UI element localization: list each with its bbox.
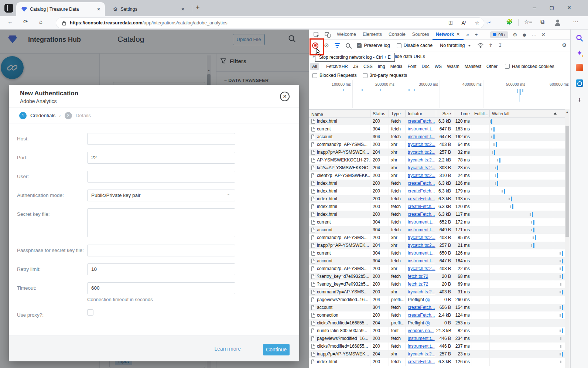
size-cell[interactable]: 446 B (436, 335, 453, 343)
preflight-initiator[interactable]: Preflight⇅ (408, 319, 436, 327)
close-tab-icon[interactable]: ✕ (456, 32, 460, 37)
table-row[interactable]: current304fetchinstrument.t...652 B172 m… (309, 218, 565, 226)
type-cell[interactable]: fetch (389, 273, 406, 280)
waterfall-cell[interactable] (490, 288, 565, 296)
status-cell[interactable]: 200 (370, 203, 389, 211)
network-overview-timeline[interactable]: 100000 ms200000 ms300000 ms400000 ms5000… (309, 80, 571, 108)
size-cell[interactable]: 310 B (436, 172, 453, 180)
fulfilled-cell[interactable] (472, 195, 490, 203)
waterfall-cell[interactable] (490, 273, 565, 280)
request-name-cell[interactable]: current (309, 218, 370, 226)
table-row[interactable]: command?p=AP-YSMS...200xhrtrycatch.ts:2.… (309, 234, 565, 242)
table-row[interactable]: connection200fetchcreateFetch...2.4 kB12… (309, 311, 565, 319)
size-cell[interactable]: 20 B (436, 280, 453, 288)
type-cell[interactable]: fetch (389, 117, 406, 125)
maximize-button[interactable]: ▢ (546, 3, 557, 13)
time-cell[interactable]: 234 ms (453, 335, 472, 343)
fulfilled-cell[interactable] (472, 242, 490, 249)
time-cell[interactable]: 78 ms (453, 156, 472, 164)
waterfall-cell[interactable] (490, 195, 565, 203)
table-row[interactable]: account304fetchcreateFetch...656 B154 ms (309, 304, 565, 311)
port-input[interactable]: 22 (87, 152, 235, 164)
waterfall-cell[interactable] (490, 249, 565, 257)
type-cell[interactable]: fetch (389, 125, 406, 133)
time-cell[interactable]: 133 ms (453, 195, 472, 203)
initiator-link[interactable]: vendors-no... (408, 328, 434, 333)
retry-limit-input[interactable]: 10 (87, 263, 235, 275)
time-cell[interactable]: 124 ms (453, 311, 472, 319)
throttling-dropdown[interactable]: No throttling (438, 42, 473, 49)
time-cell[interactable]: 120 ms (453, 117, 472, 125)
fulfilled-cell[interactable] (472, 358, 490, 366)
time-cell[interactable]: 253 ms (453, 319, 472, 327)
initiator-cell[interactable]: trycatch.ts:2... (406, 149, 436, 156)
status-cell[interactable]: 200 (370, 327, 389, 335)
fulfilled-cell[interactable] (472, 218, 490, 226)
waterfall-cell[interactable] (490, 180, 565, 187)
continue-button[interactable]: Continue (263, 344, 290, 355)
size-cell[interactable]: 6.3 kB (436, 358, 453, 366)
initiator-link[interactable]: createFetch... (408, 188, 435, 194)
status-cell[interactable]: 200 (370, 187, 389, 195)
table-row[interactable]: nunito-latin-800.500aa9...200fontvendors… (309, 327, 565, 335)
address-bar[interactable]: https://console.treasuredata.com/app/int… (56, 18, 484, 28)
initiator-cell[interactable]: createFetch... (406, 311, 436, 319)
waterfall-cell[interactable] (490, 319, 565, 327)
type-cell[interactable]: fetch (389, 195, 406, 203)
status-cell[interactable]: 200 (370, 172, 389, 180)
type-cell[interactable]: fetch (389, 335, 406, 343)
table-row[interactable]: index.html200fetchcreateFetch...6.3 kB13… (309, 195, 565, 203)
size-cell[interactable]: 2.2 kB (436, 156, 453, 164)
filter-chip-font[interactable]: Font (405, 63, 418, 70)
waterfall-cell[interactable] (490, 164, 565, 172)
type-cell[interactable]: xhr (389, 156, 406, 164)
initiator-link[interactable]: trycatch.ts:2... (408, 289, 435, 294)
waterfall-cell[interactable] (490, 304, 565, 311)
table-row[interactable]: index.html200fetchcreateFetch...6.3 kB12… (309, 203, 565, 211)
type-cell[interactable]: fetch (389, 280, 406, 288)
status-cell[interactable]: 304 (370, 133, 389, 141)
password-key-icon[interactable]: ⚿ (449, 20, 453, 26)
initiator-cell[interactable]: instrument.t... (406, 133, 436, 141)
fulfilled-cell[interactable] (472, 280, 490, 288)
close-button[interactable]: ✕ (564, 3, 575, 13)
host-input[interactable] (87, 133, 235, 145)
size-cell[interactable]: 0 B (436, 296, 453, 304)
type-cell[interactable]: xhr (389, 172, 406, 180)
initiator-link[interactable]: createFetch... (408, 212, 435, 217)
time-cell[interactable]: 163 ms (453, 125, 472, 133)
type-cell[interactable]: fetch (389, 226, 406, 234)
request-name-cell[interactable]: index.html (309, 203, 370, 211)
user-input[interactable] (87, 171, 235, 183)
initiator-link[interactable]: createFetch... (408, 204, 435, 209)
filter-chip-css[interactable]: CSS (361, 63, 375, 70)
type-cell[interactable]: fetch (389, 133, 406, 141)
initiator-cell[interactable]: createFetch... (406, 187, 436, 195)
type-cell[interactable]: xhr (389, 265, 406, 273)
fulfilled-cell[interactable] (472, 350, 490, 358)
status-cell[interactable]: 304 (370, 257, 389, 265)
time-cell[interactable]: 31 ms (453, 288, 472, 296)
initiator-cell[interactable]: Preflight⇅ (406, 319, 436, 327)
filter-chip-media[interactable]: Media (388, 63, 405, 70)
initiator-cell[interactable]: instrument.t... (406, 249, 436, 257)
time-cell[interactable]: 32 ms (453, 149, 472, 156)
clear-network-log-icon[interactable]: ⊘ (324, 42, 329, 48)
size-cell[interactable]: 257 B (436, 350, 453, 358)
request-name-cell[interactable]: inapp?p=AP-YSMSWEK... (309, 149, 370, 156)
fulfilled-cell[interactable] (472, 249, 490, 257)
type-cell[interactable]: fetch (389, 211, 406, 218)
waterfall-cell[interactable] (490, 226, 565, 234)
minimize-button[interactable]: ─ (529, 3, 540, 13)
table-row[interactable]: client?p=AP-YSMSWEKK...200xhrtrycatch.ts… (309, 172, 565, 180)
status-cell[interactable]: 204 (370, 242, 389, 249)
table-row[interactable]: command?p=AP-YSMS...200xhrtrycatch.ts:2.… (309, 265, 565, 273)
size-cell[interactable]: 21.3 kB (436, 327, 453, 335)
type-cell[interactable]: font (389, 327, 406, 335)
size-cell[interactable]: 403 B (436, 288, 453, 296)
status-cell[interactable]: 200 (370, 311, 389, 319)
search-network-icon[interactable] (346, 43, 350, 48)
request-name-cell[interactable]: account (309, 133, 370, 141)
table-row[interactable]: ?sentry_key=d7e0932b5...200fetchfetch.ts… (309, 280, 565, 288)
feedback-icon[interactable]: ☻ (522, 32, 527, 38)
